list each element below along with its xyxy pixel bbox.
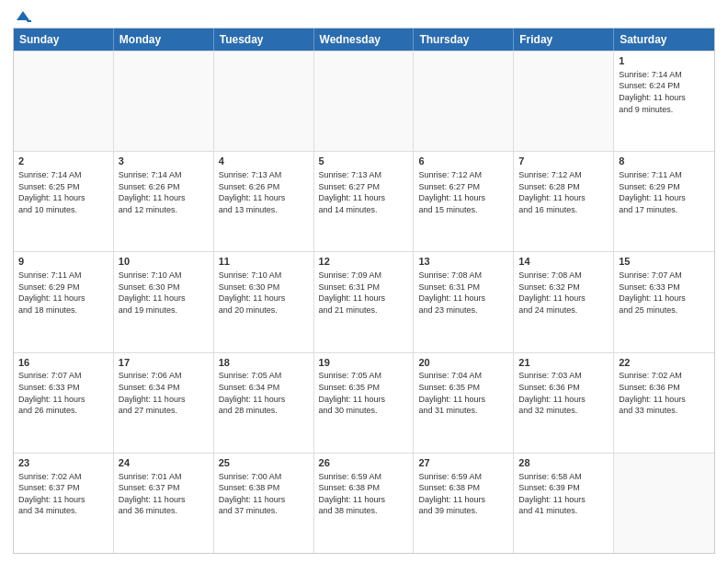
cell-info: Sunrise: 7:02 AM Sunset: 6:37 PM Dayligh…	[18, 471, 108, 517]
cell-info: Sunrise: 7:11 AM Sunset: 6:29 PM Dayligh…	[619, 169, 710, 215]
calendar-cell: 11Sunrise: 7:10 AM Sunset: 6:30 PM Dayli…	[214, 252, 314, 351]
cell-info: Sunrise: 7:12 AM Sunset: 6:28 PM Dayligh…	[518, 169, 609, 215]
day-number: 4	[219, 155, 309, 168]
calendar-row: 23Sunrise: 7:02 AM Sunset: 6:37 PM Dayli…	[14, 453, 714, 553]
calendar-cell: 27Sunrise: 6:59 AM Sunset: 6:38 PM Dayli…	[414, 454, 514, 553]
day-number: 5	[319, 155, 409, 168]
cell-info: Sunrise: 7:13 AM Sunset: 6:26 PM Dayligh…	[219, 169, 309, 215]
calendar-cell: 21Sunrise: 7:03 AM Sunset: 6:36 PM Dayli…	[514, 353, 614, 453]
calendar-cell: 20Sunrise: 7:04 AM Sunset: 6:35 PM Dayli…	[414, 353, 514, 453]
day-number: 20	[418, 356, 508, 370]
day-number: 27	[418, 456, 508, 470]
calendar-cell: 4Sunrise: 7:13 AM Sunset: 6:26 PM Daylig…	[214, 152, 314, 251]
calendar-cell: 17Sunrise: 7:06 AM Sunset: 6:34 PM Dayli…	[114, 353, 214, 453]
cell-info: Sunrise: 7:04 AM Sunset: 6:35 PM Dayligh…	[418, 370, 508, 416]
weekday-header: Thursday	[414, 29, 514, 51]
cell-info: Sunrise: 7:12 AM Sunset: 6:27 PM Dayligh…	[418, 169, 508, 215]
calendar-cell: 25Sunrise: 7:00 AM Sunset: 6:38 PM Dayli…	[214, 454, 314, 553]
cell-info: Sunrise: 7:10 AM Sunset: 6:30 PM Dayligh…	[119, 270, 209, 316]
day-number: 25	[219, 456, 309, 470]
day-number: 2	[18, 155, 108, 168]
calendar-cell: 1Sunrise: 7:14 AM Sunset: 6:24 PM Daylig…	[614, 52, 714, 151]
cell-info: Sunrise: 7:14 AM Sunset: 6:24 PM Dayligh…	[619, 69, 710, 115]
calendar-cell	[214, 52, 314, 151]
day-number: 9	[18, 255, 108, 269]
cell-info: Sunrise: 7:13 AM Sunset: 6:27 PM Dayligh…	[319, 169, 409, 215]
day-number: 16	[18, 356, 108, 370]
calendar-cell: 15Sunrise: 7:07 AM Sunset: 6:33 PM Dayli…	[614, 252, 714, 351]
calendar-cell: 16Sunrise: 7:07 AM Sunset: 6:33 PM Dayli…	[14, 353, 114, 453]
logo-icon	[15, 9, 31, 22]
day-number: 28	[518, 456, 609, 470]
cell-info: Sunrise: 7:00 AM Sunset: 6:38 PM Dayligh…	[219, 471, 309, 517]
calendar-cell: 18Sunrise: 7:05 AM Sunset: 6:34 PM Dayli…	[214, 353, 314, 453]
calendar-row: 2Sunrise: 7:14 AM Sunset: 6:25 PM Daylig…	[14, 151, 714, 251]
day-number: 26	[319, 456, 409, 470]
day-number: 3	[119, 155, 209, 168]
day-number: 18	[219, 356, 309, 370]
calendar-cell: 28Sunrise: 6:58 AM Sunset: 6:39 PM Dayli…	[514, 454, 614, 553]
cell-info: Sunrise: 6:59 AM Sunset: 6:38 PM Dayligh…	[319, 471, 409, 517]
calendar-body: 1Sunrise: 7:14 AM Sunset: 6:24 PM Daylig…	[14, 51, 714, 553]
calendar-row: 1Sunrise: 7:14 AM Sunset: 6:24 PM Daylig…	[14, 51, 714, 151]
day-number: 14	[518, 255, 609, 269]
calendar-cell	[614, 454, 714, 553]
calendar-cell: 12Sunrise: 7:09 AM Sunset: 6:31 PM Dayli…	[314, 252, 415, 351]
cell-info: Sunrise: 7:09 AM Sunset: 6:31 PM Dayligh…	[319, 270, 409, 316]
weekday-header: Tuesday	[214, 29, 314, 51]
logo	[13, 9, 31, 22]
cell-info: Sunrise: 7:08 AM Sunset: 6:32 PM Dayligh…	[518, 270, 609, 316]
weekday-header: Saturday	[614, 29, 714, 51]
calendar-cell: 8Sunrise: 7:11 AM Sunset: 6:29 PM Daylig…	[614, 152, 714, 251]
calendar-cell	[414, 52, 514, 151]
calendar-cell: 10Sunrise: 7:10 AM Sunset: 6:30 PM Dayli…	[114, 252, 214, 351]
cell-info: Sunrise: 7:07 AM Sunset: 6:33 PM Dayligh…	[619, 270, 710, 316]
day-number: 21	[518, 356, 609, 370]
day-number: 7	[518, 155, 609, 168]
cell-info: Sunrise: 7:08 AM Sunset: 6:31 PM Dayligh…	[418, 270, 508, 316]
day-number: 22	[619, 356, 710, 370]
calendar-cell: 22Sunrise: 7:02 AM Sunset: 6:36 PM Dayli…	[614, 353, 714, 453]
calendar-cell: 5Sunrise: 7:13 AM Sunset: 6:27 PM Daylig…	[314, 152, 415, 251]
calendar-cell	[14, 52, 114, 151]
day-number: 23	[18, 456, 108, 470]
calendar: SundayMondayTuesdayWednesdayThursdayFrid…	[13, 28, 715, 554]
calendar-cell	[114, 52, 214, 151]
cell-info: Sunrise: 7:14 AM Sunset: 6:25 PM Dayligh…	[18, 169, 108, 215]
header	[13, 9, 715, 22]
calendar-cell: 23Sunrise: 7:02 AM Sunset: 6:37 PM Dayli…	[14, 454, 114, 553]
cell-info: Sunrise: 7:06 AM Sunset: 6:34 PM Dayligh…	[119, 370, 209, 416]
calendar-cell: 7Sunrise: 7:12 AM Sunset: 6:28 PM Daylig…	[514, 152, 614, 251]
cell-info: Sunrise: 7:11 AM Sunset: 6:29 PM Dayligh…	[18, 270, 108, 316]
day-number: 13	[418, 255, 508, 269]
day-number: 12	[319, 255, 409, 269]
page: SundayMondayTuesdayWednesdayThursdayFrid…	[0, 0, 728, 563]
weekday-header: Sunday	[14, 29, 114, 51]
cell-info: Sunrise: 7:01 AM Sunset: 6:37 PM Dayligh…	[119, 471, 209, 517]
calendar-cell	[314, 52, 415, 151]
day-number: 1	[619, 54, 710, 68]
cell-info: Sunrise: 7:07 AM Sunset: 6:33 PM Dayligh…	[18, 370, 108, 416]
day-number: 17	[119, 356, 209, 370]
calendar-cell: 3Sunrise: 7:14 AM Sunset: 6:26 PM Daylig…	[114, 152, 214, 251]
day-number: 8	[619, 155, 710, 168]
calendar-header: SundayMondayTuesdayWednesdayThursdayFrid…	[14, 29, 714, 51]
day-number: 6	[418, 155, 508, 168]
calendar-cell: 24Sunrise: 7:01 AM Sunset: 6:37 PM Dayli…	[114, 454, 214, 553]
calendar-cell: 6Sunrise: 7:12 AM Sunset: 6:27 PM Daylig…	[414, 152, 514, 251]
cell-info: Sunrise: 7:05 AM Sunset: 6:35 PM Dayligh…	[319, 370, 409, 416]
cell-info: Sunrise: 7:03 AM Sunset: 6:36 PM Dayligh…	[518, 370, 609, 416]
cell-info: Sunrise: 6:58 AM Sunset: 6:39 PM Dayligh…	[518, 471, 609, 517]
weekday-header: Monday	[114, 29, 214, 51]
calendar-cell	[514, 52, 614, 151]
cell-info: Sunrise: 6:59 AM Sunset: 6:38 PM Dayligh…	[418, 471, 508, 517]
svg-marker-0	[17, 11, 29, 20]
calendar-row: 9Sunrise: 7:11 AM Sunset: 6:29 PM Daylig…	[14, 251, 714, 351]
weekday-header: Friday	[514, 29, 614, 51]
day-number: 11	[219, 255, 309, 269]
cell-info: Sunrise: 7:14 AM Sunset: 6:26 PM Dayligh…	[119, 169, 209, 215]
day-number: 15	[619, 255, 710, 269]
day-number: 19	[319, 356, 409, 370]
calendar-cell: 19Sunrise: 7:05 AM Sunset: 6:35 PM Dayli…	[314, 353, 415, 453]
calendar-cell: 26Sunrise: 6:59 AM Sunset: 6:38 PM Dayli…	[314, 454, 415, 553]
